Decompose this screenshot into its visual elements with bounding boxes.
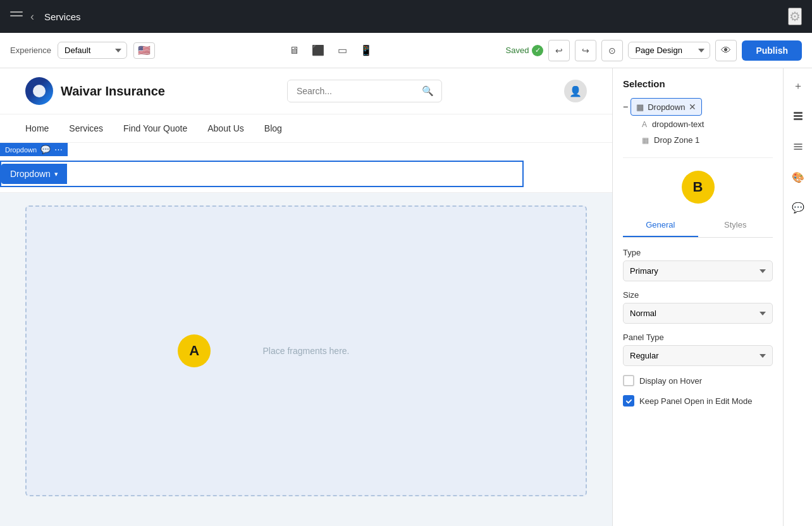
- side-layers-button[interactable]: [788, 106, 808, 126]
- site-profile-icon[interactable]: 👤: [564, 80, 587, 102]
- sidebar-toggle-icon[interactable]: [10, 11, 23, 21]
- side-paint-button[interactable]: 🎨: [788, 167, 808, 187]
- topbar-right: ⚙: [788, 8, 802, 25]
- avatar-a: A: [178, 334, 211, 367]
- publish-button[interactable]: Publish: [742, 40, 802, 61]
- toolbar-right: Saved ✓ ↩ ↪ ⊙ Page Design 👁 Publish: [506, 40, 802, 61]
- tab-styles[interactable]: Styles: [698, 214, 773, 237]
- component-label-bar: Dropdown 💬 ⋯: [0, 143, 68, 156]
- panel-tabs: General Styles: [623, 214, 773, 238]
- right-panel: Selection − ▦ Dropdown ✕ A dropdown-t: [612, 68, 783, 526]
- experience-select[interactable]: Default: [58, 42, 127, 59]
- saved-check-icon: ✓: [532, 45, 543, 56]
- side-icons: ＋ 🎨 💬: [783, 68, 812, 526]
- tree-root-label: Dropdown: [648, 102, 685, 112]
- site-search-button[interactable]: 🔍: [414, 80, 441, 102]
- nav-blog[interactable]: Blog: [264, 114, 282, 142]
- site-preview: Waivar Insurance 🔍 👤 Home Services Find …: [0, 68, 612, 526]
- canvas-area: Waivar Insurance 🔍 👤 Home Services Find …: [0, 68, 612, 526]
- site-search-bar[interactable]: 🔍: [287, 80, 442, 102]
- panel-divider-1: [623, 157, 773, 158]
- logo-inner-circle: [33, 85, 46, 97]
- drop-zone-container: A Place fragments here.: [0, 193, 612, 526]
- nav-find-quote[interactable]: Find Your Quote: [123, 114, 187, 142]
- avatar-b: B: [682, 171, 715, 204]
- site-logo-name: Waivar Insurance: [61, 84, 165, 99]
- display-hover-row: Display on Hover: [623, 375, 773, 386]
- preview-button[interactable]: 👁: [715, 40, 737, 61]
- keep-panel-label: Keep Panel Open in Edit Mode: [639, 396, 753, 406]
- side-chat-button[interactable]: 💬: [788, 197, 808, 217]
- tree-root-row: − ▦ Dropdown ✕: [623, 98, 773, 116]
- site-header: Waivar Insurance 🔍 👤: [0, 68, 612, 114]
- side-list-button[interactable]: [788, 137, 808, 157]
- type-field-group: Type Primary Secondary: [623, 248, 773, 281]
- nav-home[interactable]: Home: [25, 114, 49, 142]
- nav-about-us[interactable]: About Us: [207, 114, 244, 142]
- panel-type-field-group: Panel Type Regular Full Width Custom: [623, 333, 773, 366]
- tree-text-indicator: A: [642, 120, 647, 129]
- tree-child-dropzone-label: Drop Zone 1: [654, 135, 699, 145]
- undo-button[interactable]: ↩: [548, 40, 570, 61]
- page-design-select[interactable]: Page Design: [628, 42, 710, 59]
- tree-child-dropzone[interactable]: ▦ Drop Zone 1: [638, 133, 773, 147]
- mobile-view-button[interactable]: 📱: [355, 40, 377, 61]
- drop-zone-text: Place fragments here.: [263, 346, 350, 356]
- saved-badge: Saved ✓: [506, 45, 544, 56]
- tablet-view-button[interactable]: ⬛: [307, 40, 329, 61]
- dropdown-panel-placeholder: [67, 162, 522, 186]
- settings-button[interactable]: ⚙: [788, 8, 802, 25]
- panel-type-select[interactable]: Regular Full Width Custom: [623, 345, 773, 366]
- keep-panel-checkbox[interactable]: [623, 395, 634, 407]
- experience-label: Experience: [10, 46, 51, 55]
- display-hover-checkbox[interactable]: [623, 375, 634, 386]
- toolbar-left: Experience Default 🇺🇸: [10, 42, 155, 59]
- component-label-text: Dropdown: [5, 146, 37, 154]
- type-select[interactable]: Primary Secondary: [623, 260, 773, 281]
- tree-collapse-button[interactable]: −: [623, 102, 628, 112]
- drop-zone[interactable]: A Place fragments here.: [25, 205, 587, 496]
- selection-title: Selection: [623, 78, 773, 89]
- site-logo: Waivar Insurance: [25, 77, 165, 105]
- svg-rect-1: [794, 115, 803, 117]
- desktop-view-button[interactable]: 🖥: [283, 40, 305, 61]
- display-hover-label: Display on Hover: [639, 376, 702, 386]
- device-switcher: 🖥 ⬛ ▭ 📱: [283, 40, 377, 61]
- component-more-button[interactable]: ⋯: [54, 145, 63, 154]
- field-section: Type Primary Secondary Size Normal Small…: [613, 238, 783, 417]
- history-button[interactable]: ⊙: [601, 40, 623, 61]
- tree-dropzone-indicator: ▦: [642, 136, 649, 145]
- size-field-group: Size Normal Small Large: [623, 290, 773, 324]
- tree-root-close-icon[interactable]: ✕: [689, 102, 696, 112]
- dropdown-row: Dropdown ▾: [0, 143, 612, 192]
- selection-tree: − ▦ Dropdown ✕ A dropdown-text: [623, 98, 773, 147]
- tree-root-icon: ▦: [636, 102, 644, 112]
- right-panel-inner: Selection − ▦ Dropdown ✕ A dropdown-t: [613, 68, 783, 526]
- site-search-input[interactable]: [288, 81, 414, 101]
- tree-child-text[interactable]: A dropdown-text: [638, 117, 773, 132]
- side-add-button[interactable]: ＋: [788, 76, 808, 96]
- page-title: Services: [44, 11, 81, 22]
- site-nav: Home Services Find Your Quote About Us B…: [0, 114, 612, 143]
- nav-services[interactable]: Services: [69, 114, 103, 142]
- tree-child-text-label: dropdown-text: [652, 119, 704, 129]
- tree-children: A dropdown-text ▦ Drop Zone 1: [638, 117, 773, 147]
- dropdown-toggle-button[interactable]: Dropdown ▾: [1, 164, 67, 184]
- panel-type-label: Panel Type: [623, 333, 773, 342]
- selection-panel: Selection − ▦ Dropdown ✕ A dropdown-t: [613, 68, 783, 157]
- layers-icon: [792, 111, 804, 122]
- size-select[interactable]: Normal Small Large: [623, 303, 773, 324]
- keep-panel-row: Keep Panel Open in Edit Mode: [623, 395, 773, 407]
- back-button[interactable]: ‹: [30, 10, 34, 23]
- keep-panel-checkmark-icon: [625, 398, 632, 405]
- dropdown-component: Dropdown ▾: [0, 161, 524, 187]
- dropdown-button-label: Dropdown: [10, 169, 51, 179]
- flag-button[interactable]: 🇺🇸: [133, 42, 155, 59]
- tab-general[interactable]: General: [623, 214, 698, 237]
- component-comment-button[interactable]: 💬: [40, 145, 51, 154]
- main-layout: Waivar Insurance 🔍 👤 Home Services Find …: [0, 68, 812, 526]
- tablet-small-view-button[interactable]: ▭: [331, 40, 353, 61]
- tree-root-item[interactable]: ▦ Dropdown ✕: [631, 98, 702, 116]
- size-label: Size: [623, 290, 773, 300]
- redo-button[interactable]: ↪: [575, 40, 596, 61]
